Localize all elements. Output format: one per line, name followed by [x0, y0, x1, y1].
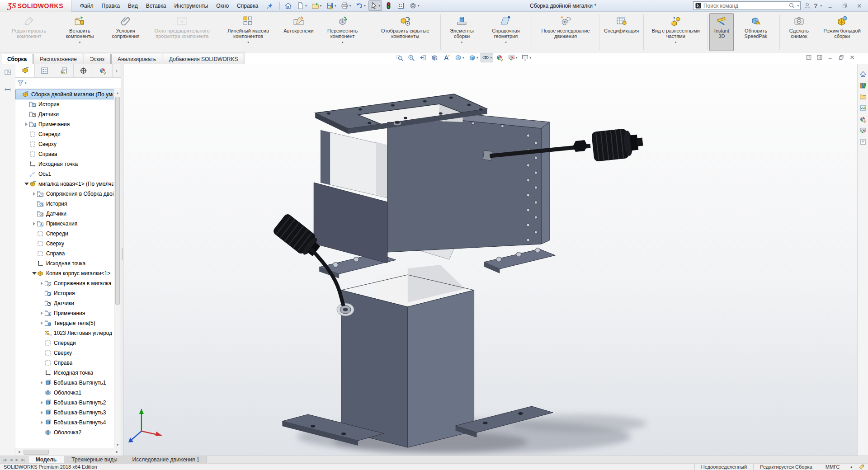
- tab-overflow-button[interactable]: ›: [113, 64, 121, 77]
- ribbon-button-large-assembly[interactable]: Режим большой сборки: [817, 13, 867, 51]
- vscroll-thumb[interactable]: [115, 97, 120, 305]
- tab-assembly[interactable]: Сборка: [1, 54, 33, 64]
- appearances-icon[interactable]: [859, 116, 867, 123]
- tree-item-31[interactable]: Бобышка-Вытянуть2: [15, 398, 121, 408]
- search-input[interactable]: [703, 3, 787, 9]
- ribbon-button-motion-study[interactable]: Новое исследование движения: [533, 13, 598, 51]
- ribbon-button-snapshot[interactable]: Сделать снимок: [781, 13, 817, 51]
- help-button[interactable]: ?: [814, 2, 818, 9]
- ribbon-button-mate[interactable]: Условия сопряжения: [103, 13, 148, 51]
- tree-item-19[interactable]: Сопряжения в мигалка: [15, 278, 121, 288]
- expand-arrow-icon[interactable]: [39, 381, 44, 385]
- ribbon-button-show-hidden[interactable]: Отобразить скрытые компоненты: [371, 13, 439, 51]
- dropdown-caret-icon[interactable]: ▾: [476, 56, 478, 60]
- undo-icon[interactable]: ▾: [354, 0, 368, 11]
- expand-arrow-icon[interactable]: [39, 401, 44, 404]
- expand-arrow-icon[interactable]: [39, 311, 44, 315]
- nav-button-2[interactable]: ▶: [14, 458, 19, 462]
- expand-arrow-icon[interactable]: [24, 122, 29, 126]
- tab-motion-study-1[interactable]: Исследование движения 1: [125, 456, 208, 463]
- display-style-icon[interactable]: ▾: [467, 53, 480, 62]
- menu-item-2[interactable]: Вид: [124, 0, 142, 11]
- scroll-left-icon[interactable]: ◀: [15, 450, 23, 454]
- dropdown-caret-icon[interactable]: ▾: [461, 40, 463, 45]
- section-view-icon[interactable]: [429, 53, 440, 62]
- tree-item-4[interactable]: Спереди: [15, 129, 121, 139]
- tag-icon[interactable]: [857, 464, 866, 470]
- search-icon[interactable]: [788, 2, 795, 9]
- menu-item-1[interactable]: Правка: [98, 0, 124, 11]
- tree-item-7[interactable]: Исходная точка: [15, 159, 121, 169]
- expand-arrow-icon[interactable]: [39, 321, 44, 325]
- tree-item-2[interactable]: Датчики: [15, 109, 121, 119]
- select-cursor-icon[interactable]: ▾: [368, 0, 382, 11]
- tree-item-23[interactable]: Твердые тела(5): [15, 318, 121, 328]
- propertymanager-tab[interactable]: [35, 64, 54, 77]
- tree-item-34[interactable]: Оболочка2: [15, 428, 121, 437]
- doc-close-icon[interactable]: [849, 54, 855, 61]
- tree-item-33[interactable]: Бобышка-Вытянуть4: [15, 418, 121, 428]
- minimize-button[interactable]: [825, 2, 836, 9]
- menu-item-3[interactable]: Вставка: [142, 0, 170, 11]
- dropdown-caret-icon[interactable]: ▾: [320, 4, 322, 8]
- tab-3d-views[interactable]: Трехмерные виды: [64, 456, 125, 463]
- menu-item-0[interactable]: Файл: [76, 0, 98, 11]
- scenes-icon[interactable]: [859, 127, 867, 134]
- tree-item-5[interactable]: Сверху: [15, 139, 121, 149]
- doc-minimize-icon[interactable]: [827, 54, 834, 61]
- tree-horizontal-scrollbar[interactable]: ◀ ▶: [15, 448, 121, 456]
- collapse-arrow-icon[interactable]: [32, 272, 37, 275]
- expand-arrow-icon[interactable]: [39, 421, 44, 424]
- rollback-bar-icon[interactable]: [4, 86, 11, 93]
- apply-scene-icon[interactable]: ▾: [506, 53, 519, 62]
- tree-item-0[interactable]: Сборка двойной мигалки (По умолч: [15, 89, 121, 99]
- tree-item-3[interactable]: Примечания: [15, 119, 121, 129]
- splitter-grip[interactable]: [122, 248, 123, 260]
- tree-item-16[interactable]: Справа: [15, 249, 121, 258]
- tree-item-11[interactable]: История: [15, 199, 121, 209]
- tab-layout[interactable]: Расположение: [33, 54, 83, 64]
- pane-next-icon[interactable]: [816, 54, 823, 61]
- previous-view-icon[interactable]: [418, 53, 428, 62]
- tree-item-1[interactable]: История: [15, 99, 121, 109]
- options-icon[interactable]: ▾: [407, 0, 421, 11]
- tree-item-17[interactable]: Исходная точка: [15, 258, 121, 268]
- tab-sketch[interactable]: Эскиз: [84, 54, 111, 64]
- ribbon-button-speedpak[interactable]: Обновить SpeedPak: [734, 13, 778, 51]
- user-account-icon[interactable]: [803, 2, 811, 9]
- tree-item-22[interactable]: Примечания: [15, 308, 121, 318]
- file-properties-icon[interactable]: [395, 0, 406, 11]
- dropdown-caret-icon[interactable]: ▾: [505, 40, 507, 45]
- view-settings-icon[interactable]: ▾: [520, 53, 533, 62]
- close-button[interactable]: [854, 2, 865, 9]
- model-3d[interactable]: [123, 64, 857, 456]
- ribbon-button-bom[interactable]: Спецификация: [601, 13, 642, 51]
- edit-appearance-icon[interactable]: [495, 53, 505, 62]
- tree-item-9[interactable]: мигалка новая<1> (По умолча: [15, 179, 121, 189]
- print-icon[interactable]: ▾: [339, 0, 353, 11]
- dropdown-caret-icon[interactable]: ▾: [490, 56, 492, 60]
- annotation-views-icon[interactable]: [441, 53, 452, 62]
- tree-item-30[interactable]: Оболочка1: [15, 388, 121, 398]
- resources-icon[interactable]: [859, 70, 867, 78]
- custom-properties-icon[interactable]: [859, 138, 867, 146]
- nav-button-3[interactable]: ▶|: [21, 458, 26, 462]
- expand-arrow-icon[interactable]: [32, 192, 37, 196]
- dropdown-caret-icon[interactable]: ▾: [418, 4, 420, 8]
- menu-item-4[interactable]: Инструменты: [170, 0, 212, 11]
- dropdown-caret-icon[interactable]: ▾: [364, 4, 366, 8]
- ribbon-button-linear-pattern[interactable]: Линейный массив компонентов▾: [216, 13, 281, 51]
- view-palette-icon[interactable]: [859, 104, 867, 112]
- ribbon-button-reference-geometry[interactable]: Справочная геометрия▾: [481, 13, 530, 51]
- dropdown-caret-icon[interactable]: ▾: [675, 40, 677, 45]
- tree-item-15[interactable]: Сверху: [15, 239, 121, 249]
- expand-arrow-icon[interactable]: [39, 411, 44, 414]
- dropdown-caret-icon[interactable]: ▾: [342, 40, 344, 45]
- rebuild-icon[interactable]: [383, 0, 394, 11]
- dimxpertmanager-tab[interactable]: [74, 64, 93, 77]
- tree-item-26[interactable]: Сверху: [15, 348, 121, 358]
- scroll-down-icon[interactable]: ▼: [114, 442, 121, 448]
- restore-button[interactable]: [839, 2, 851, 9]
- dropdown-caret-icon[interactable]: ▾: [79, 40, 81, 45]
- ribbon-button-insert-components[interactable]: Вставить компоненты▾: [57, 13, 103, 51]
